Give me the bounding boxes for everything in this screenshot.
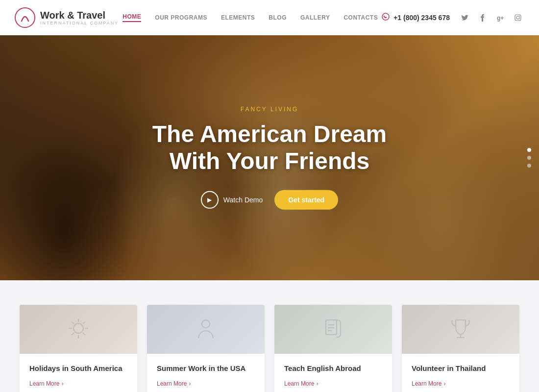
watch-demo-link[interactable]: ▶ Watch Demo xyxy=(201,191,263,209)
logo-title: Work & Travel xyxy=(40,10,119,21)
nav-item-contacts[interactable]: CONTACTS xyxy=(343,14,378,21)
card-image-3 xyxy=(274,305,392,354)
card-title-3: Teach English Abroad xyxy=(284,364,382,373)
logo-icon xyxy=(15,7,35,28)
card-teach-english: Teach English Abroad Learn More › xyxy=(274,305,392,392)
card-link-2[interactable]: Learn More › xyxy=(157,380,255,387)
hero-section: FANCY LIVING The American DreamWith Your… xyxy=(0,35,539,280)
svg-text:g+: g+ xyxy=(497,15,504,22)
play-button-icon[interactable]: ▶ xyxy=(201,191,219,209)
card-title-1: Holidays in South America xyxy=(29,364,127,373)
nav-item-home[interactable]: HOME xyxy=(122,13,141,22)
svg-line-12 xyxy=(83,333,85,335)
google-plus-icon[interactable]: g+ xyxy=(494,11,507,24)
svg-point-5 xyxy=(519,15,520,16)
instagram-icon[interactable] xyxy=(512,11,524,24)
svg-line-14 xyxy=(72,333,74,335)
card-icon-person xyxy=(194,316,218,343)
watch-demo-label: Watch Demo xyxy=(223,196,263,204)
phone-icon xyxy=(382,13,390,23)
logo-subtitle: INTERNATIONAL COMPANY xyxy=(40,21,119,25)
social-icons: g+ xyxy=(459,11,524,24)
svg-point-4 xyxy=(516,16,519,19)
chevron-icon-3: › xyxy=(316,380,318,387)
nav-item-elements[interactable]: ELEMENTS xyxy=(221,14,255,21)
card-icon-sun xyxy=(66,316,91,343)
card-link-3[interactable]: Learn More › xyxy=(284,380,382,387)
header: Work & Travel INTERNATIONAL COMPANY HOME… xyxy=(0,0,539,35)
card-link-1[interactable]: Learn More › xyxy=(29,380,127,387)
card-body-3: Teach English Abroad Learn More › xyxy=(274,354,392,392)
nav-item-programs[interactable]: OUR PROGRAMS xyxy=(155,14,207,21)
hero-actions: ▶ Watch Demo Get started xyxy=(122,190,416,210)
card-image-1 xyxy=(20,305,137,354)
header-right: +1 (800) 2345 678 g+ xyxy=(382,11,524,24)
cards-section: Holidays in South America Learn More › S… xyxy=(0,280,539,392)
main-nav: HOME OUR PROGRAMS ELEMENTS BLOG GALLERY … xyxy=(122,13,378,22)
twitter-icon[interactable] xyxy=(459,11,471,24)
card-icon-trophy xyxy=(448,316,473,343)
get-started-button[interactable]: Get started xyxy=(274,190,338,210)
card-link-4[interactable]: Learn More › xyxy=(412,380,510,387)
svg-line-11 xyxy=(72,321,74,324)
card-image-4 xyxy=(402,305,519,354)
card-title-4: Volunteer in Thailand xyxy=(412,364,510,373)
facebook-icon[interactable] xyxy=(476,11,489,24)
slider-dot-2[interactable] xyxy=(527,156,531,160)
card-body-2: Summer Work in the USA Learn More › xyxy=(147,354,265,392)
svg-point-0 xyxy=(15,8,35,27)
nav-item-gallery[interactable]: GALLERY xyxy=(300,14,330,21)
svg-point-1 xyxy=(382,13,389,20)
hero-content: FANCY LIVING The American DreamWith Your… xyxy=(122,106,416,210)
cards-grid: Holidays in South America Learn More › S… xyxy=(20,305,519,392)
logo[interactable]: Work & Travel INTERNATIONAL COMPANY xyxy=(15,7,119,28)
card-icon-book xyxy=(321,316,345,343)
nav-item-blog[interactable]: BLOG xyxy=(269,14,287,21)
slider-dots-right xyxy=(527,148,531,168)
card-volunteer-thailand: Volunteer in Thailand Learn More › xyxy=(402,305,519,392)
card-image-2 xyxy=(147,305,265,354)
hero-tagline: FANCY LIVING xyxy=(122,106,416,113)
svg-rect-3 xyxy=(515,15,521,21)
card-south-america: Holidays in South America Learn More › xyxy=(20,305,137,392)
svg-point-15 xyxy=(202,320,210,328)
card-body-1: Holidays in South America Learn More › xyxy=(20,354,137,392)
svg-point-6 xyxy=(74,323,83,333)
hero-title: The American DreamWith Your Friends xyxy=(122,121,416,174)
slider-dot-1[interactable] xyxy=(527,148,531,152)
phone-area: +1 (800) 2345 678 xyxy=(382,13,450,23)
card-summer-work: Summer Work in the USA Learn More › xyxy=(147,305,265,392)
card-title-2: Summer Work in the USA xyxy=(157,364,255,373)
chevron-icon-4: › xyxy=(443,380,445,387)
phone-number: +1 (800) 2345 678 xyxy=(393,14,450,22)
svg-line-13 xyxy=(83,321,85,324)
card-body-4: Volunteer in Thailand Learn More › xyxy=(402,354,519,392)
chevron-icon-2: › xyxy=(189,380,191,387)
chevron-icon-1: › xyxy=(61,380,63,387)
slider-dot-3[interactable] xyxy=(527,164,531,168)
